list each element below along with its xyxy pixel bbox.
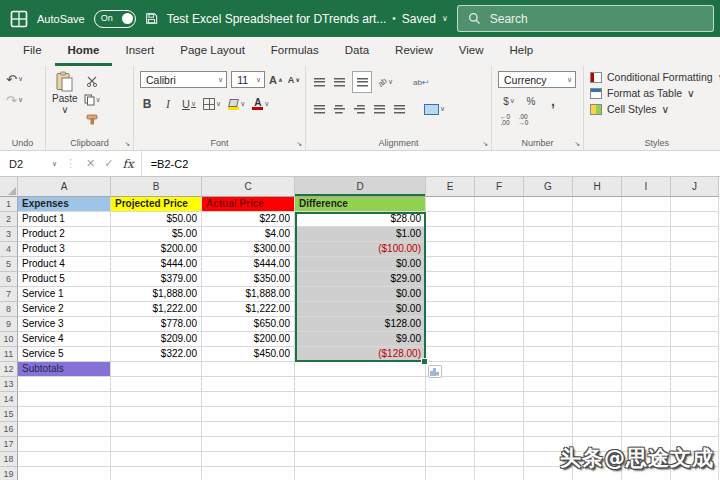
- cell-F1[interactable]: [475, 197, 524, 212]
- cell-J6[interactable]: [671, 272, 719, 287]
- cell-I7[interactable]: [622, 287, 671, 302]
- cell-C18[interactable]: [202, 452, 295, 467]
- cell-J19[interactable]: [671, 467, 719, 480]
- cell-E10[interactable]: [426, 332, 475, 347]
- redo-button[interactable]: ↷∨: [6, 92, 23, 108]
- cell-I12[interactable]: [622, 362, 671, 377]
- increase-indent-button[interactable]: [392, 101, 406, 117]
- cell-D14[interactable]: [295, 392, 426, 407]
- name-box[interactable]: D2 ∨: [0, 151, 62, 176]
- cell-D16[interactable]: [295, 422, 426, 437]
- cell-G18[interactable]: [524, 452, 573, 467]
- row-header-15[interactable]: 15: [0, 407, 18, 422]
- cell-D2[interactable]: $28.00: [295, 212, 426, 227]
- cell-C7[interactable]: $1,888.00: [202, 287, 295, 302]
- search-input[interactable]: Search: [457, 5, 714, 32]
- tab-home[interactable]: Home: [55, 37, 113, 66]
- tab-page-layout[interactable]: Page Layout: [167, 37, 258, 66]
- cell-I16[interactable]: [622, 422, 671, 437]
- cell-A15[interactable]: [18, 407, 111, 422]
- cell-D19[interactable]: [295, 467, 426, 480]
- cell-F17[interactable]: [475, 437, 524, 452]
- cell-H2[interactable]: [573, 212, 622, 227]
- undo-button[interactable]: ↶∨: [6, 71, 23, 87]
- font-name-select[interactable]: Calibri ∨: [140, 71, 227, 88]
- cell-C1[interactable]: Actual Price: [202, 197, 295, 212]
- cell-G5[interactable]: [524, 257, 573, 272]
- cell-G15[interactable]: [524, 407, 573, 422]
- row-header-18[interactable]: 18: [0, 452, 18, 467]
- percent-style-button[interactable]: %: [524, 93, 538, 109]
- font-size-select[interactable]: 11 ∨: [231, 71, 265, 88]
- cell-D13[interactable]: [295, 377, 426, 392]
- cell-D3[interactable]: $1.00: [295, 227, 426, 242]
- row-header-4[interactable]: 4: [0, 242, 18, 257]
- cell-J15[interactable]: [671, 407, 719, 422]
- cell-H14[interactable]: [573, 392, 622, 407]
- cell-A13[interactable]: [18, 377, 111, 392]
- cell-F13[interactable]: [475, 377, 524, 392]
- cell-F16[interactable]: [475, 422, 524, 437]
- cell-G14[interactable]: [524, 392, 573, 407]
- cell-A11[interactable]: Service 5: [18, 347, 111, 362]
- cell-G1[interactable]: [524, 197, 573, 212]
- cell-H4[interactable]: [573, 242, 622, 257]
- align-bottom-button[interactable]: [352, 71, 372, 93]
- cell-B6[interactable]: $379.00: [111, 272, 202, 287]
- insert-function-button[interactable]: fx: [122, 157, 133, 171]
- cell-J18[interactable]: [671, 452, 719, 467]
- cell-A2[interactable]: Product 1: [18, 212, 111, 227]
- cell-B5[interactable]: $444.00: [111, 257, 202, 272]
- cell-I11[interactable]: [622, 347, 671, 362]
- cell-G7[interactable]: [524, 287, 573, 302]
- row-header-5[interactable]: 5: [0, 257, 18, 272]
- cell-I9[interactable]: [622, 317, 671, 332]
- cell-I5[interactable]: [622, 257, 671, 272]
- cancel-button[interactable]: ✕: [86, 157, 95, 170]
- cell-I14[interactable]: [622, 392, 671, 407]
- cell-C8[interactable]: $1,222.00: [202, 302, 295, 317]
- cell-C16[interactable]: [202, 422, 295, 437]
- autosave-toggle[interactable]: On: [94, 10, 136, 28]
- cell-G11[interactable]: [524, 347, 573, 362]
- row-header-16[interactable]: 16: [0, 422, 18, 437]
- cell-G4[interactable]: [524, 242, 573, 257]
- cell-G2[interactable]: [524, 212, 573, 227]
- cell-E19[interactable]: [426, 467, 475, 480]
- column-header-a[interactable]: A: [18, 177, 111, 197]
- cell-H11[interactable]: [573, 347, 622, 362]
- cell-E3[interactable]: [426, 227, 475, 242]
- cell-H12[interactable]: [573, 362, 622, 377]
- cell-B18[interactable]: [111, 452, 202, 467]
- cell-F3[interactable]: [475, 227, 524, 242]
- cell-G6[interactable]: [524, 272, 573, 287]
- cell-H9[interactable]: [573, 317, 622, 332]
- cell-F18[interactable]: [475, 452, 524, 467]
- increase-font-size-button[interactable]: A∧: [269, 72, 283, 88]
- cell-J2[interactable]: [671, 212, 719, 227]
- cell-H16[interactable]: [573, 422, 622, 437]
- cell-A7[interactable]: Service 1: [18, 287, 111, 302]
- cell-A12[interactable]: Subtotals: [18, 362, 111, 377]
- italic-button[interactable]: I: [161, 96, 175, 112]
- cell-D1[interactable]: Difference: [295, 197, 426, 212]
- select-all-button[interactable]: [0, 177, 18, 197]
- cell-G19[interactable]: [524, 467, 573, 480]
- row-header-8[interactable]: 8: [0, 302, 18, 317]
- row-header-9[interactable]: 9: [0, 317, 18, 332]
- cell-B3[interactable]: $5.00: [111, 227, 202, 242]
- cell-H13[interactable]: [573, 377, 622, 392]
- comma-style-button[interactable]: ,: [546, 93, 560, 109]
- cell-F11[interactable]: [475, 347, 524, 362]
- cell-E11[interactable]: [426, 347, 475, 362]
- cell-I18[interactable]: [622, 452, 671, 467]
- cell-J17[interactable]: [671, 437, 719, 452]
- cell-F8[interactable]: [475, 302, 524, 317]
- conditional-formatting-button[interactable]: Conditional Formatting ∨: [590, 71, 720, 83]
- cell-J8[interactable]: [671, 302, 719, 317]
- cell-A14[interactable]: [18, 392, 111, 407]
- cell-E15[interactable]: [426, 407, 475, 422]
- decrease-font-size-button[interactable]: A∨: [287, 72, 301, 88]
- cell-H3[interactable]: [573, 227, 622, 242]
- cell-B11[interactable]: $322.00: [111, 347, 202, 362]
